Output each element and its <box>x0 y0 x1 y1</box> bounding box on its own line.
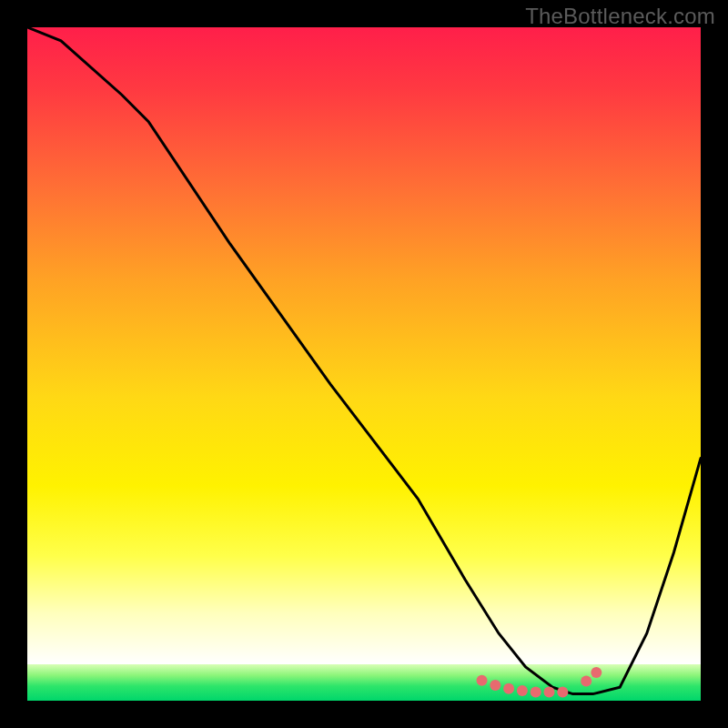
bottleneck-curve <box>27 27 701 694</box>
chart-frame: TheBottleneck.com <box>0 0 728 728</box>
plot-area <box>27 27 701 701</box>
watermark-text: TheBottleneck.com <box>525 4 715 29</box>
marker-point <box>591 667 602 678</box>
marker-point <box>503 683 514 694</box>
marker-point <box>477 675 488 686</box>
marker-point <box>517 685 528 696</box>
marker-point <box>557 686 568 697</box>
marker-point <box>490 680 500 691</box>
marker-point <box>531 686 541 697</box>
marker-point <box>544 686 555 697</box>
marker-point <box>581 676 592 687</box>
chart-svg <box>27 27 701 701</box>
